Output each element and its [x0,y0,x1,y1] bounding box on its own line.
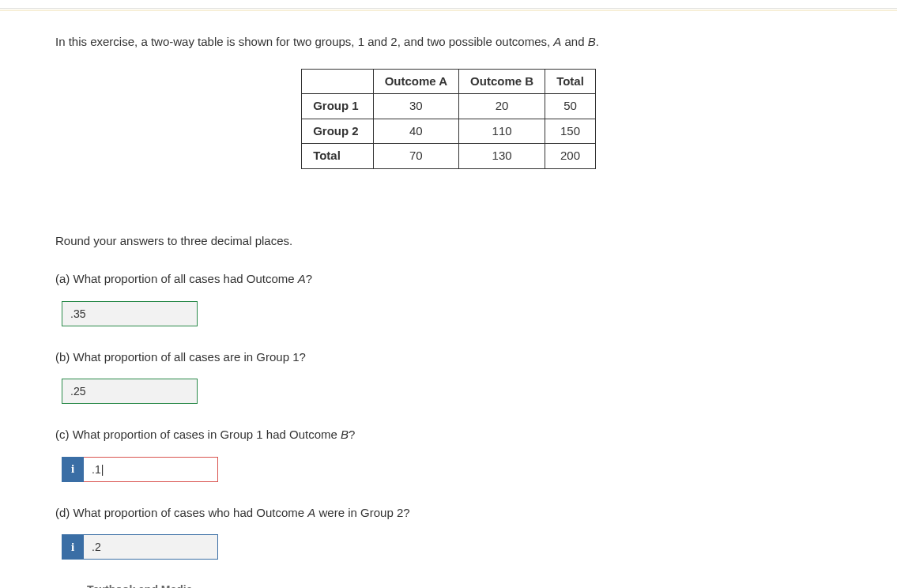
qa-ital: A [298,272,306,285]
qa-prefix: (a) What proportion of all cases had Out… [55,272,298,285]
cell-total-b: 130 [459,144,545,169]
qd-ital: A [307,506,315,519]
top-divider [0,8,897,11]
cell-total-a: 70 [373,144,458,169]
cell-g1-total: 50 [545,94,596,119]
intro-suffix: . [596,35,599,48]
table-corner [302,69,374,94]
two-way-table: Outcome A Outcome B Total Group 1 30 20 … [301,69,596,169]
intro-prefix: In this exercise, a two-way table is sho… [55,35,553,48]
row-label-group1: Group 1 [302,94,374,119]
question-b: (b) What proportion of all cases are in … [55,349,842,367]
exercise-intro: In this exercise, a two-way table is sho… [55,33,842,51]
table-row: Total 70 130 200 [302,144,596,169]
cell-g2-total: 150 [545,119,596,144]
cell-g2-b: 110 [459,119,545,144]
textbook-media-link[interactable]: Textbook and Media [55,582,842,588]
answer-input-a[interactable] [62,301,198,326]
question-a: (a) What proportion of all cases had Out… [55,270,842,288]
table-row: Group 1 30 20 50 [302,94,596,119]
row-label-total: Total [302,144,374,169]
col-total: Total [545,69,596,94]
question-d: (d) What proportion of cases who had Out… [55,504,842,522]
question-c: (c) What proportion of cases in Group 1 … [55,426,842,444]
col-outcome-a: Outcome A [373,69,458,94]
qc-prefix: (c) What proportion of cases in Group 1 … [55,428,341,441]
row-label-group2: Group 2 [302,119,374,144]
answer-input-c[interactable] [84,457,218,482]
table-row: Group 2 40 110 150 [302,119,596,144]
info-icon[interactable]: i [62,534,84,560]
cell-g2-a: 40 [373,119,458,144]
cell-g1-b: 20 [459,94,545,119]
answer-input-b[interactable] [62,379,198,404]
table-header-row: Outcome A Outcome B Total [302,69,596,94]
footer-link-label: Textbook and Media [87,583,193,588]
intro-mid: and [561,35,587,48]
col-outcome-b: Outcome B [459,69,545,94]
answer-input-d[interactable] [84,534,218,560]
info-icon[interactable]: i [62,457,84,482]
intro-ital-a: A [553,35,561,48]
intro-ital-b: B [588,35,596,48]
qd-prefix: (d) What proportion of cases who had Out… [55,506,307,519]
qa-suffix: ? [306,272,312,285]
qc-ital: B [341,428,349,441]
qd-suffix: were in Group 2? [315,506,409,519]
cell-total-total: 200 [545,144,596,169]
rounding-instructions: Round your answers to three decimal plac… [55,232,842,251]
qc-suffix: ? [349,428,355,441]
cell-g1-a: 30 [373,94,458,119]
